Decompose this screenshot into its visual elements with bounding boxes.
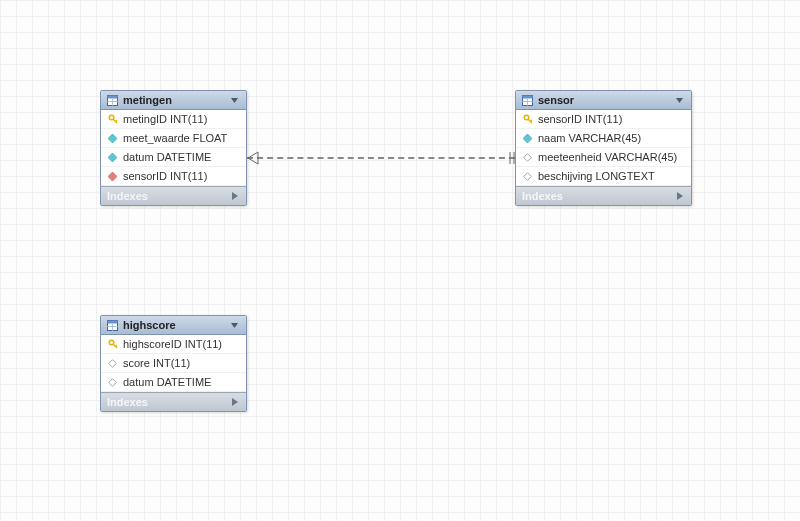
expand-right-icon[interactable] <box>229 397 240 408</box>
table-icon <box>107 320 118 331</box>
column-row[interactable]: datum DATETIME <box>101 373 246 392</box>
primary-key-icon <box>107 114 118 125</box>
column-label: highscoreID INT(11) <box>123 338 222 350</box>
table-header-metingen[interactable]: metingen <box>101 91 246 110</box>
indexes-section[interactable]: Indexes <box>516 186 691 205</box>
table-title: sensor <box>538 94 574 106</box>
table-title: metingen <box>123 94 172 106</box>
column-label: naam VARCHAR(45) <box>538 132 641 144</box>
table-metingen[interactable]: metingen metingID INT(11) meet_waarde FL… <box>100 90 247 206</box>
svg-line-20 <box>115 345 117 347</box>
column-row[interactable]: highscoreID INT(11) <box>101 335 246 354</box>
indexes-label: Indexes <box>522 190 563 202</box>
table-title: highscore <box>123 319 176 331</box>
column-empty-icon <box>522 152 533 163</box>
table-icon <box>522 95 533 106</box>
column-row[interactable]: beschijving LONGTEXT <box>516 167 691 186</box>
indexes-label: Indexes <box>107 396 148 408</box>
column-row[interactable]: sensorID INT(11) <box>101 167 246 186</box>
column-row[interactable]: metingID INT(11) <box>101 110 246 129</box>
indexes-label: Indexes <box>107 190 148 202</box>
column-label: datum DATETIME <box>123 376 211 388</box>
column-filled-icon <box>107 152 118 163</box>
column-row[interactable]: meet_waarde FLOAT <box>101 129 246 148</box>
column-label: meeteenheid VARCHAR(45) <box>538 151 677 163</box>
crows-foot-left <box>247 151 257 165</box>
column-row[interactable]: score INT(11) <box>101 354 246 373</box>
table-highscore[interactable]: highscore highscoreID INT(11) score INT(… <box>100 315 247 412</box>
svg-rect-15 <box>108 320 118 323</box>
svg-line-13 <box>530 120 532 122</box>
column-empty-icon <box>522 171 533 182</box>
column-empty-icon <box>107 377 118 388</box>
column-row[interactable]: naam VARCHAR(45) <box>516 129 691 148</box>
svg-line-6 <box>115 120 117 122</box>
column-label: meet_waarde FLOAT <box>123 132 227 144</box>
table-header-highscore[interactable]: highscore <box>101 316 246 335</box>
column-label: metingID INT(11) <box>123 113 207 125</box>
expand-right-icon[interactable] <box>674 191 685 202</box>
expand-right-icon[interactable] <box>229 191 240 202</box>
column-label: score INT(11) <box>123 357 190 369</box>
column-filled-icon <box>522 133 533 144</box>
collapse-icon[interactable] <box>674 95 685 106</box>
column-row[interactable]: meeteenheid VARCHAR(45) <box>516 148 691 167</box>
column-empty-icon <box>107 358 118 369</box>
column-label: beschijving LONGTEXT <box>538 170 655 182</box>
collapse-icon[interactable] <box>229 95 240 106</box>
column-filled-icon <box>107 133 118 144</box>
table-sensor[interactable]: sensor sensorID INT(11) naam VARCHAR(45)… <box>515 90 692 206</box>
foreign-key-icon <box>107 171 118 182</box>
relationship-line-metingen-sensor[interactable] <box>247 157 515 159</box>
column-row[interactable]: sensorID INT(11) <box>516 110 691 129</box>
indexes-section[interactable]: Indexes <box>101 392 246 411</box>
column-label: datum DATETIME <box>123 151 211 163</box>
svg-rect-1 <box>108 95 118 98</box>
svg-rect-8 <box>523 95 533 98</box>
indexes-section[interactable]: Indexes <box>101 186 246 205</box>
column-row[interactable]: datum DATETIME <box>101 148 246 167</box>
table-icon <box>107 95 118 106</box>
table-header-sensor[interactable]: sensor <box>516 91 691 110</box>
collapse-icon[interactable] <box>229 320 240 331</box>
primary-key-icon <box>522 114 533 125</box>
column-label: sensorID INT(11) <box>538 113 622 125</box>
column-label: sensorID INT(11) <box>123 170 207 182</box>
primary-key-icon <box>107 339 118 350</box>
